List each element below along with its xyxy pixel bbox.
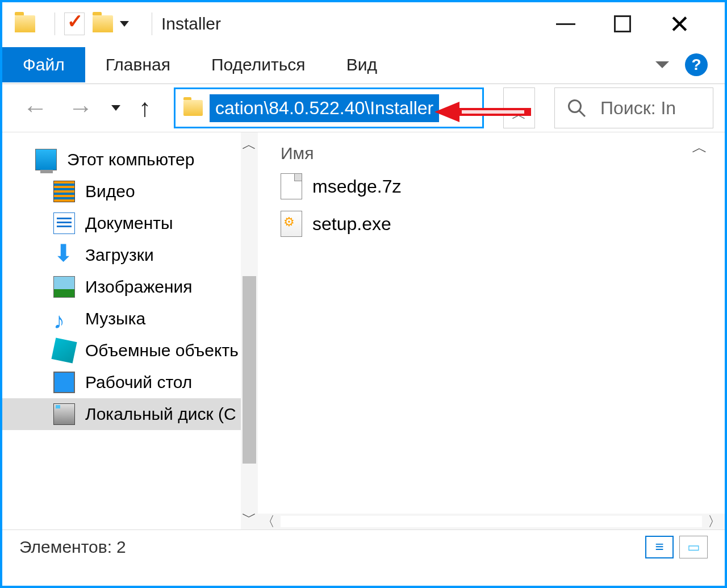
folder-icon[interactable] — [15, 15, 35, 32]
music-icon: ♪ — [53, 308, 75, 330]
sidebar-item-label: Этот компьютер — [67, 150, 194, 169]
sidebar-item-label: Изображения — [85, 277, 193, 297]
sidebar-item-label: Документы — [85, 214, 173, 233]
search-placeholder: Поиск: In — [600, 98, 676, 119]
exe-file-icon — [281, 211, 302, 237]
tab-home[interactable]: Главная — [85, 47, 191, 82]
sidebar-item-downloads[interactable]: ⬇ Загрузки — [2, 239, 258, 271]
column-name[interactable]: Имя — [281, 144, 314, 163]
search-icon — [566, 98, 587, 118]
forward-button[interactable]: → — [59, 94, 102, 122]
disk-icon — [53, 403, 75, 425]
chevron-down-icon[interactable] — [120, 21, 129, 27]
chevron-up-icon: ︿ — [512, 105, 527, 124]
back-button[interactable]: ← — [14, 94, 57, 122]
svg-point-2 — [569, 101, 581, 112]
refresh-button[interactable]: ︿ — [503, 87, 535, 128]
sidebar-item-label: Локальный диск (C — [85, 404, 236, 424]
cube-icon — [51, 337, 77, 363]
view-large-icons-button[interactable] — [679, 536, 708, 558]
chevron-down-icon[interactable] — [655, 61, 669, 68]
file-item[interactable]: setup.exe — [281, 205, 725, 243]
address-bar[interactable]: cation\84.0.522.40\Installer — [174, 87, 484, 128]
file-item[interactable]: msedge.7z — [281, 168, 725, 205]
horizontal-scrollbar[interactable]: 〈 〉 — [258, 514, 725, 529]
status-count: 2 — [116, 537, 126, 557]
sidebar-item-3d-objects[interactable]: Объемные объекть — [2, 335, 258, 366]
history-dropdown-icon[interactable] — [111, 105, 120, 111]
navigation-bar: ← → ↑ cation\84.0.522.40\Installer ︿ Пои… — [2, 84, 725, 132]
computer-icon — [35, 149, 57, 170]
properties-icon[interactable] — [64, 12, 85, 35]
window-title: Installer — [161, 14, 554, 34]
chevron-up-icon[interactable]: ︿ — [242, 132, 257, 157]
svg-line-3 — [579, 111, 586, 117]
chevron-left-icon[interactable]: 〈 — [258, 512, 278, 531]
folder-icon — [183, 100, 203, 116]
sidebar-scrollbar[interactable]: ︿ ﹀ — [241, 132, 258, 529]
sidebar-item-videos[interactable]: Видео — [2, 176, 258, 207]
tab-view[interactable]: Вид — [326, 47, 398, 82]
chevron-up-icon[interactable]: ︿ — [692, 137, 708, 159]
sidebar-item-label: Видео — [85, 182, 135, 201]
separator — [55, 12, 55, 35]
close-button[interactable]: ✕ — [668, 12, 691, 35]
scrollbar-thumb[interactable] — [281, 516, 702, 527]
folder-icon[interactable] — [93, 15, 113, 32]
minimize-button[interactable] — [554, 12, 577, 35]
pictures-icon — [53, 276, 75, 298]
maximize-button[interactable] — [611, 12, 634, 35]
file-panel: Имя ︿ msedge.7z setup.exe 〈 〉 — [258, 132, 725, 529]
status-count-label: Элементов: — [19, 537, 112, 557]
status-bar: Элементов: 2 — [2, 529, 725, 564]
sidebar-item-music[interactable]: ♪ Музыка — [2, 303, 258, 335]
sidebar-item-label: Рабочий стол — [85, 373, 192, 392]
sidebar: Этот компьютер Видео Документы ⬇ Загрузк… — [2, 132, 258, 529]
chevron-right-icon[interactable]: 〉 — [704, 512, 725, 531]
sidebar-item-pictures[interactable]: Изображения — [2, 271, 258, 303]
ribbon: Файл Главная Поделиться Вид ? — [2, 45, 725, 84]
sidebar-this-pc[interactable]: Этот компьютер — [2, 144, 258, 176]
download-icon: ⬇ — [53, 244, 75, 266]
scrollbar-thumb[interactable] — [243, 276, 256, 464]
sidebar-item-label: Объемные объекть — [85, 341, 239, 360]
titlebar: Installer ✕ — [2, 2, 725, 45]
desktop-icon — [53, 372, 75, 393]
documents-icon — [53, 212, 75, 234]
file-name: msedge.7z — [312, 176, 402, 197]
sidebar-item-local-disk[interactable]: Локальный диск (C — [2, 398, 258, 430]
view-details-button[interactable] — [645, 536, 674, 558]
column-header-row: Имя ︿ — [258, 132, 725, 168]
archive-file-icon — [281, 173, 302, 199]
sidebar-item-documents[interactable]: Документы — [2, 207, 258, 239]
search-input[interactable]: Поиск: In — [554, 87, 713, 128]
sidebar-item-label: Загрузки — [85, 245, 154, 265]
help-icon[interactable]: ? — [685, 53, 708, 76]
file-name: setup.exe — [312, 214, 391, 235]
file-list: msedge.7z setup.exe — [258, 168, 725, 243]
video-icon — [53, 181, 75, 202]
separator — [152, 12, 152, 35]
sidebar-item-label: Музыка — [85, 309, 145, 328]
address-path[interactable]: cation\84.0.522.40\Installer — [210, 94, 439, 122]
tab-share[interactable]: Поделиться — [191, 47, 326, 82]
sidebar-item-desktop[interactable]: Рабочий стол — [2, 366, 258, 398]
tab-file[interactable]: Файл — [2, 47, 85, 82]
up-button[interactable]: ↑ — [129, 94, 160, 122]
chevron-down-icon[interactable]: ﹀ — [242, 505, 257, 529]
